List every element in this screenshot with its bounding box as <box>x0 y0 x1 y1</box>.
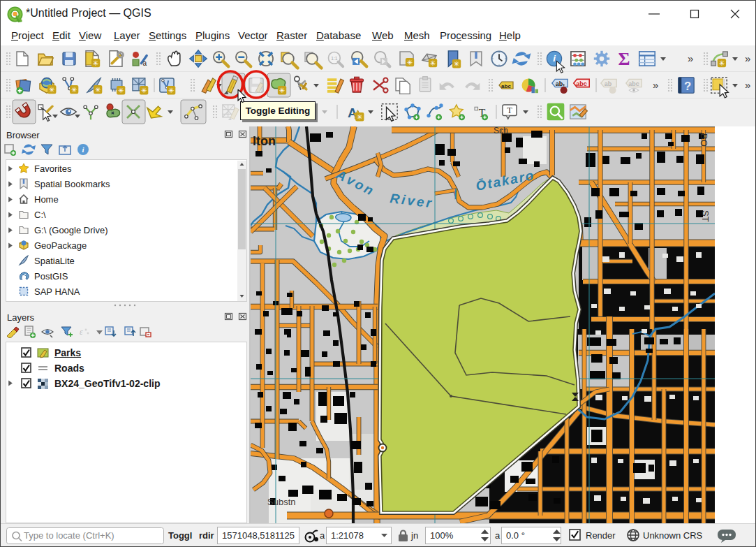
svg-text:»: » <box>745 52 750 64</box>
svg-text:T: T <box>507 105 512 115</box>
svg-text:»: » <box>688 52 693 64</box>
svg-text:ab: ab <box>605 80 612 87</box>
svg-text:1:1: 1:1 <box>331 56 338 61</box>
svg-text:BO: BO <box>699 133 709 147</box>
svg-text:»: » <box>745 79 750 91</box>
svg-text:ab: ab <box>556 80 563 87</box>
svg-text:lton: lton <box>253 134 276 148</box>
svg-text:ε: ε <box>80 327 83 337</box>
svg-text:Substn: Substn <box>267 497 295 507</box>
svg-text:Sch: Sch <box>494 126 508 136</box>
svg-text:?: ? <box>684 80 691 93</box>
svg-text:i: i <box>553 53 556 64</box>
svg-text:a: a <box>143 59 147 67</box>
svg-text:abc: abc <box>628 80 639 87</box>
svg-text:Σ: Σ <box>618 49 630 69</box>
svg-text:abc: abc <box>576 80 586 87</box>
svg-text:✳: ✳ <box>719 59 725 67</box>
svg-text:ST: ST <box>700 210 711 222</box>
svg-text:»: » <box>653 79 658 91</box>
